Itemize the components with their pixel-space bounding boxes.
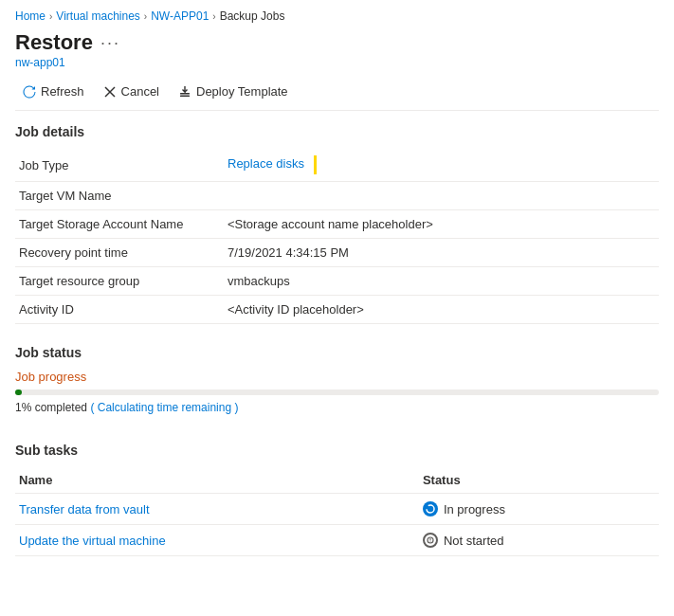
notstarted-icon [423, 533, 438, 548]
refresh-label: Refresh [41, 84, 84, 99]
status-indicator [314, 155, 317, 174]
transfer-status-text: In progress [444, 502, 505, 516]
subtasks-header-row: Name Status [15, 467, 659, 494]
subtasks-title: Sub tasks [15, 443, 659, 458]
resource-group-label: Target resource group [15, 267, 224, 296]
progress-bar-fill [15, 390, 22, 395]
page-subtitle: nw-app01 [15, 56, 659, 69]
subtask-transfer-name[interactable]: Transfer data from vault [15, 494, 419, 525]
progress-percent: 1% completed [15, 401, 87, 414]
deploy-icon [178, 85, 191, 99]
cancel-button[interactable]: Cancel [96, 81, 167, 102]
table-row: Target Storage Account Name <Storage acc… [15, 210, 659, 239]
recovery-point-label: Recovery point time [15, 239, 224, 267]
subtask-update-name[interactable]: Update the virtual machine [15, 525, 419, 556]
svg-point-7 [429, 541, 430, 542]
progress-calc: ( Calculating time remaining ) [90, 401, 238, 414]
activity-id-value: <Activity ID placeholder> [224, 296, 659, 324]
table-row: Target resource group vmbackups [15, 267, 659, 296]
recovery-point-value: 7/19/2021 4:34:15 PM [224, 239, 659, 267]
job-details-table: Job Type Replace disks Target VM Name Ta… [15, 149, 659, 324]
job-details-section: Job details Job Type Replace disks Targe… [0, 111, 674, 324]
cancel-label: Cancel [121, 84, 159, 99]
deploy-template-label: Deploy Template [196, 84, 288, 99]
progress-text: 1% completed ( Calculating time remainin… [15, 401, 659, 414]
refresh-button[interactable]: Refresh [15, 81, 92, 102]
table-row: Target VM Name [15, 182, 659, 210]
resource-group-value: vmbackups [224, 267, 659, 296]
cancel-icon [103, 85, 117, 99]
svg-rect-2 [180, 93, 190, 95]
inprogress-icon [423, 501, 438, 516]
job-status-title: Job status [15, 345, 659, 360]
table-row: Recovery point time 7/19/2021 4:34:15 PM [15, 239, 659, 267]
job-details-title: Job details [15, 124, 659, 139]
breadcrumb: Home › Virtual machines › NW-APP01 › Bac… [0, 0, 674, 27]
storage-account-label: Target Storage Account Name [15, 210, 224, 239]
subtasks-section: Sub tasks Name Status Transfer data from… [0, 429, 674, 556]
breadcrumb-backupjobs: Backup Jobs [220, 9, 285, 23]
subtasks-table: Name Status Transfer data from vault In … [15, 467, 659, 556]
progress-bar-container [15, 390, 659, 395]
target-vm-value [224, 182, 659, 210]
table-row: Job Type Replace disks [15, 149, 659, 182]
activity-id-label: Activity ID [15, 296, 224, 324]
job-progress-label: Job progress [15, 370, 659, 384]
svg-point-4 [427, 505, 434, 513]
subtasks-name-header: Name [15, 467, 419, 494]
breadcrumb-sep-1: › [49, 11, 52, 22]
breadcrumb-sep-3: › [212, 11, 215, 22]
subtask-update-status: Not started [419, 525, 659, 556]
job-type-value: Replace disks [224, 149, 659, 182]
update-status-text: Not started [444, 534, 504, 548]
page-title: Restore [15, 30, 93, 55]
subtask-row-update: Update the virtual machine Not started [15, 525, 659, 556]
breadcrumb-vms[interactable]: Virtual machines [56, 9, 140, 23]
page-header: Restore ··· nw-app01 [0, 27, 674, 75]
deploy-template-button[interactable]: Deploy Template [171, 81, 296, 102]
table-row: Activity ID <Activity ID placeholder> [15, 296, 659, 324]
more-options-icon[interactable]: ··· [100, 33, 120, 53]
toolbar: Refresh Cancel Deploy Template [0, 75, 674, 110]
job-type-label: Job Type [15, 149, 224, 182]
breadcrumb-nwapp01[interactable]: NW-APP01 [151, 9, 209, 23]
job-status-section: Job status Job progress 1% completed ( C… [0, 332, 674, 414]
storage-account-value: <Storage account name placeholder> [224, 210, 659, 239]
refresh-icon [23, 85, 36, 99]
breadcrumb-sep-2: › [144, 11, 147, 22]
subtask-transfer-status: In progress [419, 494, 659, 525]
svg-rect-3 [180, 95, 190, 97]
subtasks-status-header: Status [419, 467, 659, 494]
breadcrumb-home[interactable]: Home [15, 9, 46, 23]
target-vm-label: Target VM Name [15, 182, 224, 210]
subtask-row-transfer: Transfer data from vault In progress [15, 494, 659, 525]
